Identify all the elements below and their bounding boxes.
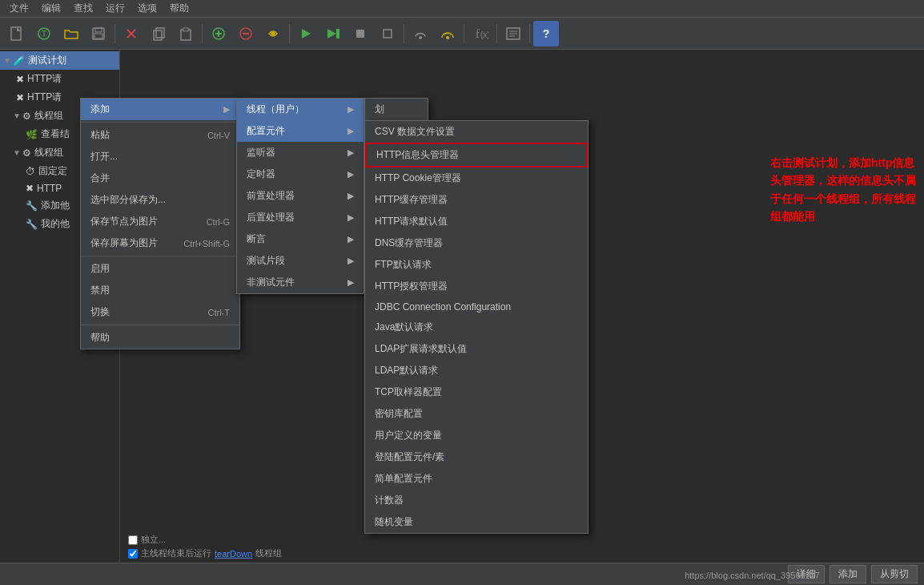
annotation-text: 右击测试计划，添加http信息头管理器，这样的信息头不属于任何一个线程组，所有线… [770, 154, 916, 226]
config-counter[interactable]: 计数器 [365, 490, 588, 511]
config-http-defaults[interactable]: HTTP请求默认值 [365, 211, 588, 232]
menu-disable[interactable]: 禁用 [81, 280, 239, 301]
menu-run[interactable]: 运行 [99, 0, 131, 17]
save-button[interactable] [86, 21, 111, 46]
submenu-postprocessor[interactable]: 后置处理器 ▶ [237, 207, 364, 228]
submenu-postprocessor-arrow: ▶ [348, 212, 354, 223]
submenu-timer-arrow: ▶ [348, 169, 354, 180]
teardown-label: 主线程结束后运行 [141, 547, 211, 559]
svg-rect-11 [183, 28, 188, 31]
config-http-auth[interactable]: HTTP授权管理器 [365, 276, 588, 297]
submenu-assertion[interactable]: 断言 ▶ [237, 228, 364, 250]
log-viewer-button[interactable] [500, 21, 526, 46]
teardown-checkbox[interactable] [128, 549, 138, 559]
menu-add[interactable]: 添加 ▶ [81, 99, 239, 120]
tree-item-testplan[interactable]: ▼ 🧪 测试计划 [0, 51, 119, 70]
menu-paste[interactable]: 粘贴 Ctrl-V [81, 124, 239, 146]
copy-button[interactable] [146, 21, 171, 46]
menu-help[interactable]: 帮助 [163, 0, 195, 17]
remote-start-button[interactable] [408, 21, 433, 46]
config-java-defaults[interactable]: Java默认请求 [365, 317, 588, 338]
browse-button[interactable] [260, 21, 286, 46]
menu-edit[interactable]: 编辑 [35, 0, 67, 17]
menu-toggle[interactable]: 切换 Ctrl-T [81, 301, 239, 323]
menu-enable-label: 启用 [90, 262, 110, 276]
config-ldap-defaults[interactable]: LDAP默认请求 [365, 360, 588, 381]
sep2 [202, 24, 203, 43]
shutdown-button[interactable] [375, 21, 400, 46]
config-http-cache-label: HTTP缓存管理器 [375, 193, 448, 207]
submenu-assertion-arrow: ▶ [348, 234, 354, 244]
menu-help2[interactable]: 帮助 [81, 327, 239, 349]
svg-marker-20 [336, 29, 339, 38]
config-ldap-ext[interactable]: LDAP扩展请求默认值 [365, 338, 588, 360]
config-random-var[interactable]: 随机变量 [365, 511, 588, 533]
paste-button[interactable] [173, 21, 199, 46]
my-other-icon: 🔧 [26, 219, 38, 230]
add-to-test-button[interactable]: 添加 [830, 565, 866, 583]
menu-search[interactable]: 查找 [67, 0, 99, 17]
config-jdbc[interactable]: JDBC Connection Configuration [365, 297, 588, 317]
svg-point-24 [446, 36, 449, 39]
menu-file[interactable]: 文件 [3, 0, 35, 17]
config-http-cookie[interactable]: HTTP Cookie管理器 [365, 167, 588, 189]
config-keystore-label: 密钥库配置 [375, 407, 423, 421]
config-http-header[interactable]: HTTP信息头管理器 [365, 143, 588, 167]
submenu-testfrag[interactable]: 测试片段 ▶ [237, 250, 364, 272]
add-config-button[interactable] [206, 21, 231, 46]
config-simple[interactable]: 简单配置元件 [365, 468, 588, 490]
open-button[interactable] [58, 21, 84, 46]
sep-1 [81, 122, 239, 123]
tree-arrow: ▼ [3, 56, 11, 65]
config-dns[interactable]: DNS缓存管理器 [365, 232, 588, 254]
menu-merge[interactable]: 合并 [81, 167, 239, 189]
thread-item-hua[interactable]: 划 [365, 99, 428, 120]
cut-button[interactable] [119, 21, 144, 46]
config-ldap-defaults-label: LDAP默认请求 [375, 364, 438, 377]
remote-stop-button[interactable] [435, 21, 460, 46]
threadgroup2-icon: ⚙ [22, 147, 31, 159]
config-user-vars[interactable]: 用户定义的变量 [365, 425, 588, 446]
config-tcp[interactable]: TCP取样器配置 [365, 381, 588, 403]
menu-save-node-img[interactable]: 保存节点为图片 Ctrl-G [81, 211, 239, 232]
remove-button[interactable] [233, 21, 259, 46]
submenu-config-label: 配置元件 [247, 124, 285, 138]
tree-item-http1[interactable]: ✖ HTTP请 [0, 70, 119, 88]
submenu-thread[interactable]: 线程（用户） ▶ [237, 99, 364, 120]
bottom-bar: https://blog.csdn.net/qq_39568217 详细 添加 … [0, 563, 924, 585]
start-button[interactable] [293, 21, 319, 46]
sep1 [114, 24, 115, 43]
stop-button[interactable] [348, 21, 373, 46]
menu-options[interactable]: 选项 [131, 0, 163, 17]
config-ftp[interactable]: FTP默认请求 [365, 254, 588, 276]
submenu-thread-arrow: ▶ [348, 104, 354, 115]
templates-button[interactable]: T [31, 21, 57, 46]
teardown-link[interactable]: tearDown [215, 549, 252, 559]
add-other-icon: 🔧 [26, 200, 38, 212]
submenu-preprocessor[interactable]: 前置处理器 ▶ [237, 185, 364, 207]
function-helper-button[interactable]: f(x) [468, 21, 493, 46]
submenu-timer-label: 定时器 [247, 167, 275, 181]
menu-save-screen-img[interactable]: 保存屏幕为图片 Ctrl+Shift-G [81, 232, 239, 254]
menu-paste-label: 粘贴 [90, 128, 110, 142]
menu-save-node-shortcut: Ctrl-G [207, 217, 230, 227]
submenu-timer[interactable]: 定时器 ▶ [237, 163, 364, 185]
menu-save-selection[interactable]: 选中部分保存为... [81, 189, 239, 211]
threadgroup1-icon: ⚙ [22, 111, 31, 122]
independent-checkbox[interactable] [128, 535, 138, 545]
menu-enable[interactable]: 启用 [81, 258, 239, 280]
menu-open[interactable]: 打开... [81, 146, 239, 167]
start-no-pause-button[interactable] [320, 21, 346, 46]
config-keystore[interactable]: 密钥库配置 [365, 403, 588, 425]
submenu-nontestelem[interactable]: 非测试元件 ▶ [237, 272, 364, 293]
viewresult-icon: 🌿 [26, 129, 38, 140]
config-http-cache[interactable]: HTTP缓存管理器 [365, 189, 588, 211]
config-random-var-label: 随机变量 [375, 515, 413, 529]
cut-paste-button[interactable]: 从剪切 [871, 565, 918, 583]
submenu-config[interactable]: 配置元件 ▶ [237, 120, 364, 142]
config-login[interactable]: 登陆配置元件/素 [365, 446, 588, 468]
config-csv[interactable]: CSV 数据文件设置 [365, 121, 588, 143]
submenu-listener[interactable]: 监听器 ▶ [237, 142, 364, 163]
help-button[interactable]: ? [533, 21, 559, 46]
new-button[interactable] [4, 21, 30, 46]
